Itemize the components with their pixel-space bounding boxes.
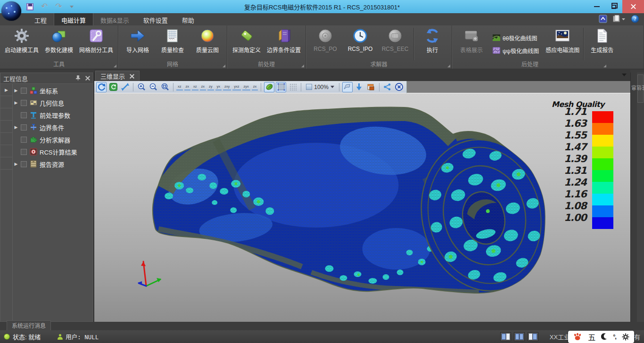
expand-icon[interactable]: ▶ — [14, 88, 18, 93]
app-logo-icon[interactable] — [1, 1, 21, 21]
group-expand-icon[interactable] — [301, 65, 304, 67]
tree-item-analysis-solver[interactable]: 分析求解器 — [13, 133, 93, 146]
rcs-po-button[interactable]: RCS_PO — [308, 27, 343, 61]
surface-view-icon[interactable] — [276, 82, 286, 92]
tab-help[interactable]: 帮助 — [175, 13, 201, 25]
capture-window-icon[interactable] — [366, 82, 376, 92]
view-orientation-button[interactable]: zx — [184, 84, 191, 90]
group-expand-icon[interactable] — [447, 65, 450, 67]
project-info-panel: 工程信息 ▶ ▶ 坐标系 ▶ — [0, 73, 94, 322]
property-info-tab[interactable]: 属性信息 — [637, 74, 644, 103]
tree-item-coordinate-system[interactable]: ▶ 坐标系 — [13, 84, 93, 97]
tree-item-rcs-results[interactable]: RCS计算结果 — [13, 146, 93, 158]
ime-moon-icon[interactable] — [601, 333, 607, 340]
minimize-button[interactable] — [588, 0, 605, 13]
shaded-view-icon[interactable] — [264, 82, 274, 92]
tab-list-dropdown-icon[interactable] — [622, 74, 627, 76]
rcs-eec-button[interactable]: RCS_EEC — [378, 27, 413, 61]
tab-project[interactable]: 工程 — [27, 13, 54, 25]
3d-viewport-canvas[interactable]: Mesh Quality 1.71 1.63 1.55 1.47 1.39 1.… — [94, 93, 630, 322]
select-region-icon[interactable] — [342, 82, 353, 92]
probe-angle-button[interactable]: 探测角定义 — [229, 27, 264, 61]
layout-right-button[interactable] — [528, 332, 538, 341]
checkbox[interactable] — [21, 100, 27, 106]
share-icon[interactable] — [382, 82, 393, 92]
checkbox[interactable] — [21, 161, 27, 167]
results-strip[interactable]: 查看结果(双击展开) — [630, 73, 637, 322]
group-expand-icon[interactable] — [603, 65, 606, 67]
theta-polarization-curve-button[interactable]: θθ极化曲线图 — [493, 34, 539, 42]
view-orientation-button[interactable]: xz — [176, 84, 183, 90]
view-orientation-button[interactable]: zx — [252, 84, 258, 90]
tree-item-preprocess-params[interactable]: 前处理参数 — [13, 109, 93, 121]
ime-toolbar[interactable]: 五 °, — [568, 331, 634, 343]
wireframe-view-icon[interactable] — [288, 82, 298, 92]
view-orientation-button[interactable]: zy — [207, 84, 214, 90]
view-orientation-button[interactable]: yx — [215, 84, 222, 90]
ime-punctuation[interactable]: °, — [613, 333, 616, 340]
help-icon[interactable]: ? — [631, 15, 639, 23]
view-orientation-button[interactable]: xz — [192, 84, 198, 90]
zoom-dropdown-icon[interactable] — [330, 86, 334, 88]
ime-mode-char[interactable]: 五 — [588, 331, 595, 343]
pan-arrow-icon[interactable] — [120, 82, 130, 92]
layout-split-button[interactable] — [514, 332, 525, 341]
checkbox[interactable] — [21, 149, 27, 155]
table-display-button[interactable]: 表格展示 — [454, 27, 489, 61]
generate-report-button[interactable]: 生成报告 — [585, 27, 619, 61]
checkbox[interactable] — [21, 88, 27, 94]
induced-current-map-button[interactable]: 感应电磁流图 — [543, 27, 582, 61]
view-orientation-button[interactable]: zyx — [242, 84, 250, 90]
button-label: 导入网格 — [126, 46, 149, 54]
zoom-in-icon[interactable] — [136, 82, 147, 92]
tree-item-boundary-conditions[interactable]: ▶ 边界条件 — [13, 121, 93, 133]
view-orientation-button[interactable]: zxy — [223, 84, 231, 90]
import-mesh-button[interactable]: 导入网格 — [120, 27, 155, 61]
tree-item-report-resources[interactable]: ▶ 报告资源 — [13, 158, 93, 170]
cancel-icon[interactable] — [394, 82, 405, 92]
expand-icon[interactable]: ▶ — [14, 125, 18, 130]
view-orientation-button[interactable]: zx — [200, 84, 206, 90]
zoom-out-icon[interactable] — [148, 82, 158, 92]
refresh-view-icon[interactable] — [108, 82, 118, 92]
psi-polarization-curve-button[interactable]: ψψ极化曲线图 — [493, 47, 539, 55]
group-expand-icon[interactable] — [114, 65, 116, 67]
mesh-partition-tool-button[interactable]: 网格剖分工具 — [76, 27, 116, 61]
gutter-expander[interactable]: ▶ — [0, 84, 12, 96]
tab-3d-display[interactable]: 三维显示 — [95, 71, 140, 81]
view-orientation-button[interactable]: yxz — [232, 84, 240, 90]
down-arrow-icon[interactable] — [354, 82, 364, 92]
checkbox[interactable] — [21, 112, 27, 118]
checkbox[interactable] — [21, 124, 27, 131]
close-tab-icon[interactable] — [130, 74, 134, 79]
expand-icon[interactable]: ▶ — [14, 100, 18, 105]
pin-icon[interactable] — [75, 75, 81, 82]
group-expand-icon[interactable] — [223, 65, 225, 67]
ime-settings-gear-icon[interactable] — [622, 333, 629, 341]
close-button[interactable] — [622, 0, 644, 13]
expand-icon[interactable]: ▶ — [14, 162, 18, 166]
launch-modeling-tool-button[interactable]: 启动建模工具 — [2, 27, 41, 61]
quality-cloudmap-button[interactable]: 质量云图 — [190, 27, 225, 61]
rcs-ipo-button[interactable]: RCS_IPO — [343, 27, 378, 61]
parametric-modeling-button[interactable]: 参数化建模 — [41, 27, 76, 61]
tab-data-display[interactable]: 数据&显示 — [93, 13, 136, 25]
boundary-condition-settings-button[interactable]: 边界条件设置 — [264, 27, 304, 61]
tab-em-compute[interactable]: 电磁计算 — [54, 13, 93, 25]
restore-button[interactable] — [605, 0, 622, 13]
quality-check-button[interactable]: 质量检查 — [155, 27, 190, 61]
zoom-extents-icon[interactable] — [160, 82, 170, 92]
layout-left-button[interactable] — [500, 332, 511, 341]
checkbox[interactable] — [21, 137, 27, 143]
ime-logo-paw-icon[interactable] — [573, 333, 582, 341]
rotate-view-icon[interactable] — [96, 82, 107, 92]
device-dropdown-icon[interactable] — [613, 15, 625, 23]
collapse-ribbon-icon[interactable] — [599, 15, 607, 23]
text-t-icon — [29, 111, 37, 119]
zoom-percent-control[interactable]: 100% — [304, 84, 336, 90]
close-panel-icon[interactable] — [85, 76, 90, 81]
tab-settings[interactable]: 软件设置 — [136, 13, 175, 25]
tree-item-geometry-info[interactable]: ▶ 几何信息 — [13, 97, 93, 109]
system-messages-tab[interactable]: 系统运行消息 — [7, 320, 51, 330]
execute-button[interactable]: 执行 — [415, 27, 450, 61]
